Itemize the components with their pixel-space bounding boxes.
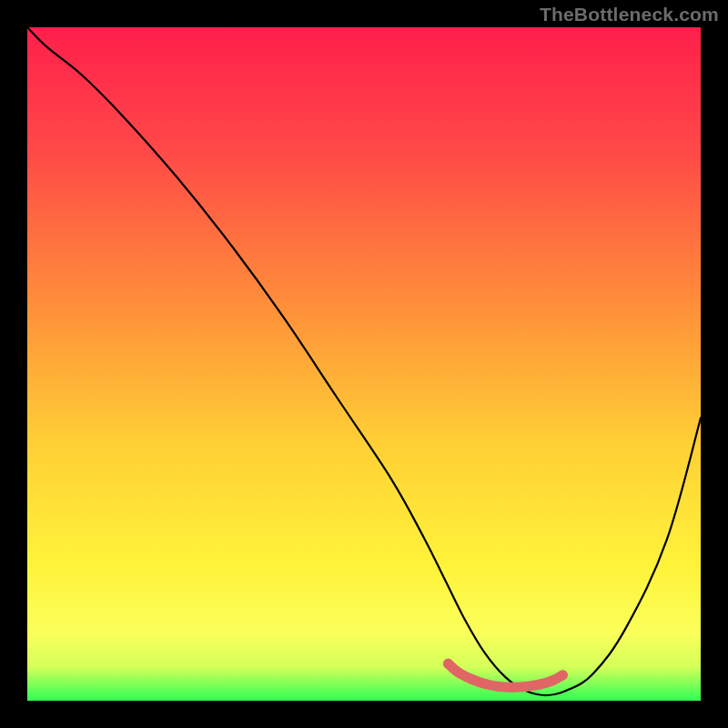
optimal-marker-dot <box>548 675 558 685</box>
plot-area <box>27 27 701 701</box>
optimal-marker-dot <box>534 680 544 690</box>
bottleneck-curve-line <box>27 27 701 695</box>
optimal-marker-dot <box>494 682 504 692</box>
optimal-marker-dot <box>558 670 568 680</box>
optimal-marker-dot <box>453 667 463 677</box>
optimal-marker-dot <box>507 682 517 693</box>
chart-svg <box>27 27 701 701</box>
optimal-marker-dot <box>443 659 453 669</box>
chart-frame: TheBottleneck.com <box>0 0 728 728</box>
optimal-marker-dot <box>521 682 531 692</box>
optimal-marker-dot <box>467 674 477 684</box>
watermark-text: TheBottleneck.com <box>540 4 719 25</box>
optimal-marker-dot <box>480 679 490 689</box>
optimal-marker-segment <box>449 663 563 687</box>
